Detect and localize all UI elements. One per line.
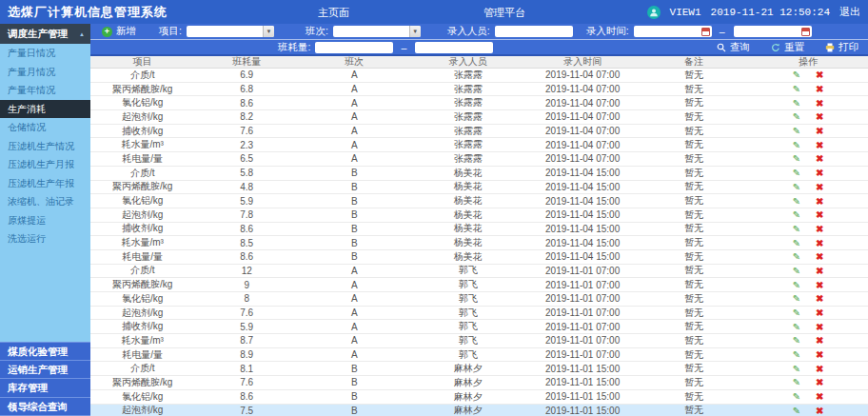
- delete-icon[interactable]: ✖: [816, 251, 823, 262]
- edit-icon[interactable]: ✎: [793, 307, 800, 318]
- delete-icon[interactable]: ✖: [816, 84, 823, 94]
- delete-icon[interactable]: ✖: [816, 349, 823, 360]
- sidebar-section[interactable]: 运销生产管理: [0, 361, 90, 380]
- delete-icon[interactable]: ✖: [816, 153, 823, 164]
- sidebar-section[interactable]: 煤质化验管理: [0, 342, 90, 361]
- cell-operator: 郭飞: [410, 278, 526, 291]
- sidebar-section[interactable]: 库存管理: [0, 379, 90, 398]
- edit-icon[interactable]: ✎: [793, 391, 800, 402]
- delete-icon[interactable]: ✖: [816, 238, 823, 248]
- edit-icon[interactable]: ✎: [793, 209, 800, 220]
- delete-icon[interactable]: ✖: [816, 280, 823, 290]
- delete-icon[interactable]: ✖: [816, 168, 823, 178]
- delete-icon[interactable]: ✖: [816, 126, 823, 136]
- edit-icon[interactable]: ✎: [793, 224, 800, 234]
- quantity-to-input[interactable]: [415, 42, 493, 53]
- delete-icon[interactable]: ✖: [816, 335, 823, 346]
- cell-operator: 张露露: [410, 110, 526, 124]
- delete-icon[interactable]: ✖: [816, 111, 823, 122]
- delete-icon[interactable]: ✖: [816, 293, 823, 304]
- cell-actions: ✎ ✖: [748, 153, 868, 164]
- delete-icon[interactable]: ✖: [816, 266, 823, 276]
- edit-icon[interactable]: ✎: [793, 168, 800, 178]
- entry-time-to-input[interactable]: [734, 26, 812, 37]
- sidebar-item[interactable]: 压滤机生产情况: [0, 137, 90, 156]
- edit-icon[interactable]: ✎: [793, 182, 800, 192]
- sidebar-item[interactable]: 压滤机生产年报: [0, 174, 90, 193]
- cell-actions: ✎ ✖: [748, 251, 868, 262]
- cell-item: 氯化铝/kg: [90, 390, 194, 404]
- main-area: + 新增 项目: ▼ 班次: ▼ 录入人员: 录入时间: –: [90, 24, 868, 416]
- shift-select[interactable]: ▼: [333, 26, 421, 37]
- edit-icon[interactable]: ✎: [793, 140, 800, 150]
- entry-time-from-input[interactable]: [634, 26, 712, 37]
- delete-icon[interactable]: ✖: [816, 322, 823, 332]
- operator-input[interactable]: [495, 26, 573, 37]
- edit-icon[interactable]: ✎: [793, 349, 800, 360]
- cell-shift: B: [299, 168, 410, 178]
- edit-icon[interactable]: ✎: [793, 98, 800, 109]
- edit-icon[interactable]: ✎: [793, 251, 800, 262]
- sidebar-item[interactable]: 洗选运行: [0, 229, 90, 248]
- edit-icon[interactable]: ✎: [793, 364, 800, 374]
- edit-icon[interactable]: ✎: [793, 335, 800, 346]
- edit-icon[interactable]: ✎: [793, 406, 800, 416]
- cell-actions: ✎ ✖: [748, 377, 868, 387]
- cell-note: 暂无: [640, 376, 748, 389]
- sidebar-item[interactable]: 原煤提运: [0, 211, 90, 230]
- sidebar-item[interactable]: 产量日情况: [0, 44, 90, 63]
- delete-icon[interactable]: ✖: [816, 140, 823, 150]
- delete-icon[interactable]: ✖: [816, 98, 823, 109]
- edit-icon[interactable]: ✎: [793, 153, 800, 164]
- delete-icon[interactable]: ✖: [816, 69, 823, 80]
- cell-note: 暂无: [640, 83, 748, 96]
- project-select[interactable]: ▼: [187, 26, 274, 37]
- edit-icon[interactable]: ✎: [793, 111, 800, 122]
- edit-icon[interactable]: ✎: [793, 280, 800, 290]
- sidebar-item[interactable]: 浓缩机、油记录: [0, 192, 90, 211]
- edit-icon[interactable]: ✎: [793, 322, 800, 332]
- delete-icon[interactable]: ✖: [816, 364, 823, 374]
- logout-button[interactable]: 退出: [839, 5, 860, 19]
- reset-button[interactable]: 重置: [771, 41, 804, 54]
- cell-note: 暂无: [640, 362, 748, 375]
- sidebar-item[interactable]: 仓储情况: [0, 118, 90, 137]
- edit-icon[interactable]: ✎: [793, 377, 800, 387]
- sidebar-section-dispatch[interactable]: 调度生产管理 ▲: [0, 24, 90, 44]
- delete-icon[interactable]: ✖: [816, 182, 823, 192]
- delete-icon[interactable]: ✖: [816, 391, 823, 402]
- edit-icon[interactable]: ✎: [793, 196, 800, 207]
- cell-shift: A: [299, 322, 410, 332]
- edit-icon[interactable]: ✎: [793, 126, 800, 136]
- nav-management-platform[interactable]: 管理平台: [483, 6, 525, 20]
- nav-main-page[interactable]: 主页面: [318, 6, 349, 20]
- edit-icon[interactable]: ✎: [793, 293, 800, 304]
- cell-item: 起泡剂/kg: [90, 404, 194, 416]
- cell-note: 暂无: [640, 96, 748, 109]
- delete-icon[interactable]: ✖: [816, 196, 823, 207]
- quantity-from-input[interactable]: [315, 42, 393, 53]
- edit-icon[interactable]: ✎: [793, 238, 800, 248]
- cell-time: 2019-11-04 07:00: [525, 153, 639, 164]
- edit-icon[interactable]: ✎: [793, 266, 800, 276]
- datetime: 2019-11-21 12:50:24: [711, 7, 830, 18]
- sidebar-item[interactable]: 生产消耗: [0, 100, 90, 119]
- delete-icon[interactable]: ✖: [816, 307, 823, 318]
- edit-icon[interactable]: ✎: [793, 84, 800, 94]
- print-button[interactable]: 打印: [825, 41, 858, 54]
- delete-icon[interactable]: ✖: [816, 224, 823, 234]
- cell-operator: 张露露: [410, 152, 526, 166]
- sidebar-item[interactable]: 产量月情况: [0, 63, 90, 82]
- sidebar-item[interactable]: 压滤机生产月报: [0, 155, 90, 174]
- cell-shift: B: [299, 224, 410, 234]
- add-button[interactable]: + 新增: [102, 25, 136, 38]
- sidebar-section[interactable]: 领导综合查询: [0, 398, 90, 416]
- search-button[interactable]: 查询: [717, 41, 750, 54]
- cell-item: 聚丙烯酰胺/kg: [90, 376, 194, 389]
- delete-icon[interactable]: ✖: [816, 406, 823, 416]
- delete-icon[interactable]: ✖: [816, 209, 823, 220]
- cell-actions: ✎ ✖: [748, 280, 868, 290]
- delete-icon[interactable]: ✖: [816, 377, 823, 387]
- sidebar-item[interactable]: 产量年情况: [0, 81, 90, 100]
- edit-icon[interactable]: ✎: [793, 69, 800, 80]
